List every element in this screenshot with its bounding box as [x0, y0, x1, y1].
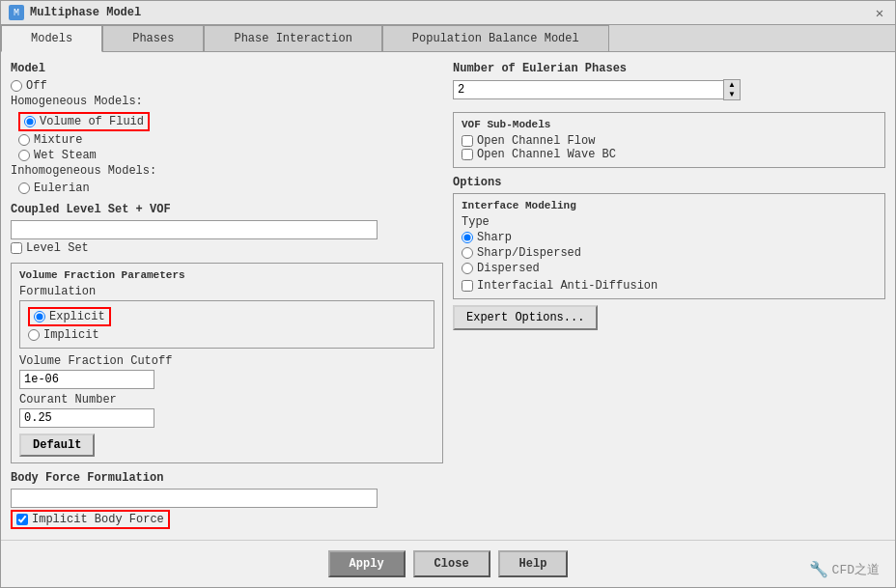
watermark: 🔧 CFD之道 [809, 560, 880, 579]
model-off-item: Off [11, 79, 443, 93]
tab-phase-interaction[interactable]: Phase Interaction [204, 25, 381, 51]
title-bar: M Multiphase Model ✕ [1, 1, 895, 25]
options-section: Options Interface Modeling Type Sharp Sh… [453, 176, 885, 330]
tab-bar: Models Phases Phase Interaction Populati… [1, 25, 895, 52]
inhomogeneous-title: Inhomogeneous Models: [11, 164, 443, 178]
main-window: M Multiphase Model ✕ Models Phases Phase… [0, 0, 896, 588]
interface-modeling-box: Interface Modeling Type Sharp Sharp/Disp… [453, 193, 885, 299]
watermark-icon: 🔧 [809, 560, 828, 579]
open-channel-wave-bc-checkbox[interactable] [462, 149, 473, 160]
spinbox-down-btn[interactable]: ▼ [724, 90, 740, 99]
vof-submodels-section: VOF Sub-Models Open Channel Flow Open Ch… [453, 112, 885, 168]
level-set-input[interactable] [11, 220, 378, 239]
type-radio-group: Sharp Sharp/Dispersed Dispersed [462, 231, 877, 275]
explicit-radio[interactable] [34, 311, 45, 322]
tab-phases[interactable]: Phases [102, 25, 204, 51]
footer: Apply Close Help 🔧 CFD之道 [1, 540, 895, 587]
sharp-dispersed-item: Sharp/Dispersed [462, 246, 877, 260]
vof-radio-highlighted: Volume of Fluid [18, 112, 150, 131]
interface-modeling-title: Interface Modeling [462, 200, 877, 211]
sharp-dispersed-radio[interactable] [462, 247, 473, 259]
level-set-checkbox[interactable] [11, 242, 22, 254]
eulerian-phases-section: Number of Eulerian Phases ▲ ▼ [453, 62, 885, 100]
courant-number-label: Courant Number [19, 393, 434, 406]
open-channel-wave-bc-item: Open Channel Wave BC [462, 148, 877, 161]
implicit-radio[interactable] [28, 329, 40, 341]
level-set-checkbox-item: Level Set [11, 241, 443, 255]
implicit-body-force-item: Implicit Body Force [11, 510, 443, 529]
interfacial-anti-diffusion-item: Interfacial Anti-Diffusion [462, 279, 877, 293]
courant-number-input[interactable] [19, 408, 154, 428]
coupled-level-set-section: Coupled Level Set + VOF Level Set [11, 203, 443, 255]
model-off-radio[interactable] [11, 80, 22, 92]
explicit-radio-highlighted: Explicit [28, 307, 111, 326]
model-section: Model Off Homogeneous Models: Volume of … [11, 62, 443, 195]
right-panel: Number of Eulerian Phases ▲ ▼ VOF Sub-Mo… [453, 62, 885, 530]
implicit-body-force-checkbox[interactable] [16, 514, 28, 525]
window-title: Multiphase Model [30, 6, 141, 19]
formulation-radio-group: Explicit Implicit [28, 307, 426, 342]
volume-fraction-section: Volume Fraction Parameters Formulation E… [11, 263, 443, 463]
model-mixture-item: Mixture [18, 133, 443, 147]
coupled-level-set-title: Coupled Level Set + VOF [11, 203, 443, 216]
sharp-item: Sharp [462, 231, 877, 244]
model-wet-steam-radio[interactable] [18, 150, 30, 161]
model-mixture-radio[interactable] [18, 134, 30, 146]
volume-fraction-title: Volume Fraction Parameters [19, 269, 434, 281]
default-button[interactable]: Default [19, 434, 95, 457]
model-vof-radio[interactable] [24, 116, 36, 127]
eulerian-phases-input[interactable] [453, 80, 723, 99]
options-title: Options [453, 176, 885, 189]
body-force-title: Body Force Formulation [11, 471, 443, 485]
title-bar-left: M Multiphase Model [9, 5, 141, 20]
tab-population-balance[interactable]: Population Balance Model [382, 25, 609, 51]
formulation-title: Formulation [19, 285, 434, 298]
interfacial-anti-diffusion-checkbox[interactable] [462, 280, 473, 292]
spinbox-buttons: ▲ ▼ [723, 79, 741, 100]
dispersed-radio[interactable] [462, 263, 473, 274]
dispersed-item: Dispersed [462, 262, 877, 275]
help-button[interactable]: Help [498, 550, 569, 577]
homogeneous-title: Homogeneous Models: [11, 95, 443, 108]
main-content: Model Off Homogeneous Models: Volume of … [1, 52, 895, 540]
eulerian-phases-title: Number of Eulerian Phases [453, 62, 885, 75]
body-force-input[interactable] [11, 489, 378, 508]
explicit-item: Explicit [28, 307, 426, 326]
sharp-radio[interactable] [462, 232, 473, 243]
window-icon: M [9, 5, 24, 20]
close-icon[interactable]: ✕ [872, 5, 887, 20]
implicit-body-force-highlighted: Implicit Body Force [11, 510, 170, 529]
apply-button[interactable]: Apply [328, 550, 406, 577]
body-force-section: Body Force Formulation Implicit Body For… [11, 471, 443, 529]
vf-cutoff-input[interactable] [19, 370, 154, 389]
vof-submodels-title: VOF Sub-Models [462, 119, 877, 130]
expert-options-button[interactable]: Expert Options... [453, 305, 598, 330]
model-eulerian-radio[interactable] [18, 182, 30, 194]
model-section-title: Model [11, 62, 443, 75]
implicit-item: Implicit [28, 328, 426, 342]
vf-cutoff-label: Volume Fraction Cutoff [19, 354, 434, 368]
type-label: Type [462, 215, 877, 229]
open-channel-flow-item: Open Channel Flow [462, 134, 877, 148]
eulerian-phases-spinbox: ▲ ▼ [453, 79, 885, 100]
close-button[interactable]: Close [413, 550, 490, 577]
left-panel: Model Off Homogeneous Models: Volume of … [11, 62, 443, 530]
model-eulerian-item: Eulerian [18, 182, 443, 195]
open-channel-flow-checkbox[interactable] [462, 135, 473, 147]
tab-models[interactable]: Models [1, 25, 102, 52]
model-vof-item: Volume of Fluid [18, 112, 443, 131]
model-wet-steam-item: Wet Steam [18, 149, 443, 162]
spinbox-up-btn[interactable]: ▲ [724, 80, 740, 90]
watermark-text: CFD之道 [832, 561, 880, 578]
formulation-box: Explicit Implicit [19, 300, 434, 349]
model-radio-group: Off Homogeneous Models: Volume of Fluid … [11, 79, 443, 195]
